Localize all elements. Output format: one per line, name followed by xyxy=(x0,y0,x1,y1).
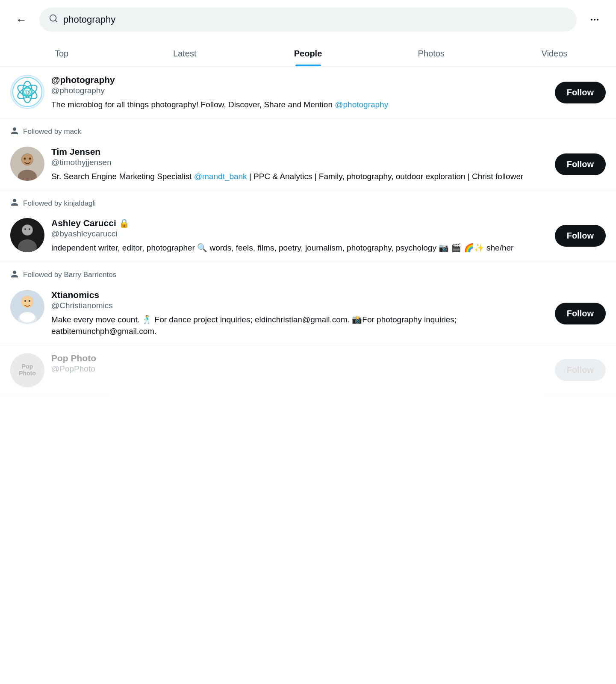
header: ← photography xyxy=(0,0,616,39)
tab-photos[interactable]: Photos xyxy=(370,39,493,66)
svg-point-23 xyxy=(29,228,30,230)
bio-link[interactable]: @mandt_bank xyxy=(194,172,247,181)
tab-latest[interactable]: Latest xyxy=(123,39,246,66)
svg-text:@: @ xyxy=(24,88,30,95)
user-info: Xtianomics @Christianomics Make every mo… xyxy=(51,290,548,337)
user-bio: The microblog for all things photography… xyxy=(51,99,548,111)
more-button[interactable] xyxy=(584,9,606,31)
svg-text:Pop: Pop xyxy=(22,363,33,370)
lock-icon: 🔒 xyxy=(119,218,130,228)
user-handle: @photography xyxy=(51,86,548,95)
user-info: Tim Jensen @timothyjjensen Sr. Search En… xyxy=(51,147,548,183)
search-icon xyxy=(49,14,58,26)
avatar xyxy=(10,147,44,181)
avatar: @ xyxy=(10,75,44,109)
svg-point-3 xyxy=(594,19,595,21)
svg-point-2 xyxy=(591,19,592,21)
list-item: Tim Jensen @timothyjjensen Sr. Search En… xyxy=(0,139,616,191)
avatar xyxy=(10,290,44,324)
user-name: Xtianomics xyxy=(51,290,99,300)
svg-point-21 xyxy=(22,225,32,235)
user-name: Ashley Carucci xyxy=(51,218,116,228)
user-handle: @byashleycarucci xyxy=(51,229,548,239)
user-handle: @Christianomics xyxy=(51,301,548,310)
tab-top[interactable]: Top xyxy=(0,39,123,66)
followed-by-label: Followed by kinjaldagli xyxy=(0,190,616,210)
svg-text:Photo: Photo xyxy=(19,370,36,377)
svg-point-28 xyxy=(24,300,26,302)
list-item: Pop Photo Pop Photo @PopPhoto Follow xyxy=(0,345,616,395)
followed-by-label: Followed by mack xyxy=(0,119,616,139)
person-icon xyxy=(10,127,19,137)
list-item: Xtianomics @Christianomics Make every mo… xyxy=(0,282,616,345)
person-icon xyxy=(10,198,19,209)
svg-point-30 xyxy=(20,312,35,322)
search-input[interactable]: photography xyxy=(63,14,567,25)
follow-button[interactable]: Follow xyxy=(555,153,606,175)
user-name: @photography xyxy=(51,75,115,85)
bio-link[interactable]: @photography xyxy=(335,100,388,109)
follow-button[interactable]: Follow xyxy=(555,225,606,247)
svg-line-1 xyxy=(55,20,57,22)
user-bio: independent writer, editor, photographer… xyxy=(51,242,548,254)
user-bio: Make every move count. 🕺 For dance proje… xyxy=(51,314,548,337)
user-handle: @timothyjjensen xyxy=(51,158,548,167)
follow-button[interactable]: Follow xyxy=(555,303,606,324)
user-info: Pop Photo @PopPhoto xyxy=(51,353,548,374)
follow-button: Follow xyxy=(555,359,606,381)
tab-bar: Top Latest People Photos Videos xyxy=(0,39,616,67)
user-bio: Sr. Search Engine Marketing Specialist @… xyxy=(51,171,548,183)
follow-button[interactable]: Follow xyxy=(555,82,606,103)
svg-point-27 xyxy=(22,296,33,307)
svg-point-17 xyxy=(29,157,31,159)
user-list: @ @photography @photography The microblo… xyxy=(0,67,616,395)
svg-point-16 xyxy=(24,157,26,159)
avatar xyxy=(10,218,44,252)
user-handle: @PopPhoto xyxy=(51,364,548,374)
back-button[interactable]: ← xyxy=(10,9,32,31)
followed-by-label: Followed by Barry Barrientos xyxy=(0,262,616,282)
user-name: Tim Jensen xyxy=(51,147,100,157)
list-item: @ @photography @photography The microblo… xyxy=(0,67,616,119)
avatar: Pop Photo xyxy=(10,353,44,387)
person-icon xyxy=(10,270,19,280)
user-info: Ashley Carucci 🔒 @byashleycarucci indepe… xyxy=(51,218,548,254)
search-bar[interactable]: photography xyxy=(39,8,577,32)
svg-point-4 xyxy=(597,19,598,21)
list-item: Ashley Carucci 🔒 @byashleycarucci indepe… xyxy=(0,210,616,262)
svg-point-22 xyxy=(24,228,26,230)
svg-point-29 xyxy=(29,300,30,302)
user-info: @photography @photography The microblog … xyxy=(51,75,548,111)
tab-videos[interactable]: Videos xyxy=(493,39,616,66)
tab-people[interactable]: People xyxy=(246,39,369,66)
user-name: Pop Photo xyxy=(51,353,96,363)
